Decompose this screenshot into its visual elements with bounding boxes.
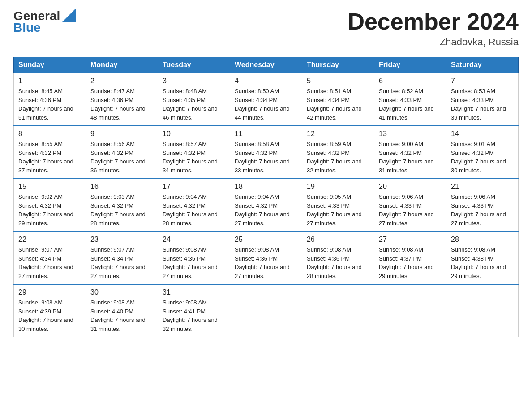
calendar-week-row: 8 Sunrise: 8:55 AM Sunset: 4:32 PM Dayli… bbox=[14, 126, 519, 179]
sunset-label: Sunset: 4:33 PM bbox=[379, 97, 422, 103]
day-info: Sunrise: 8:45 AM Sunset: 4:36 PM Dayligh… bbox=[18, 87, 81, 122]
daylight-label: Daylight: 7 hours and 29 minutes. bbox=[18, 211, 73, 227]
table-row: 15 Sunrise: 9:02 AM Sunset: 4:32 PM Dayl… bbox=[14, 179, 86, 231]
table-row: 4 Sunrise: 8:50 AM Sunset: 4:34 PM Dayli… bbox=[230, 73, 302, 126]
col-sunday: Sunday bbox=[14, 57, 86, 73]
sunrise-label: Sunrise: 8:53 AM bbox=[451, 88, 495, 94]
day-info: Sunrise: 8:53 AM Sunset: 4:33 PM Dayligh… bbox=[451, 87, 514, 122]
day-number: 23 bbox=[90, 235, 153, 244]
sunset-label: Sunset: 4:33 PM bbox=[379, 202, 422, 209]
daylight-label: Daylight: 7 hours and 32 minutes. bbox=[163, 317, 218, 332]
day-info: Sunrise: 8:56 AM Sunset: 4:32 PM Dayligh… bbox=[90, 140, 153, 175]
table-row: 30 Sunrise: 9:08 AM Sunset: 4:40 PM Dayl… bbox=[86, 284, 158, 337]
calendar-week-row: 15 Sunrise: 9:02 AM Sunset: 4:32 PM Dayl… bbox=[14, 179, 519, 231]
sunrise-label: Sunrise: 8:59 AM bbox=[307, 141, 351, 147]
table-row: 26 Sunrise: 9:08 AM Sunset: 4:36 PM Dayl… bbox=[302, 231, 374, 284]
table-row: 8 Sunrise: 8:55 AM Sunset: 4:32 PM Dayli… bbox=[14, 126, 86, 179]
daylight-label: Daylight: 7 hours and 51 minutes. bbox=[18, 105, 73, 121]
day-number: 15 bbox=[18, 183, 81, 191]
col-wednesday: Wednesday bbox=[230, 57, 302, 73]
sunset-label: Sunset: 4:32 PM bbox=[379, 150, 422, 156]
table-row: 19 Sunrise: 9:05 AM Sunset: 4:33 PM Dayl… bbox=[302, 179, 374, 231]
sunrise-label: Sunrise: 8:55 AM bbox=[18, 141, 63, 147]
day-number: 25 bbox=[235, 235, 297, 244]
sunrise-label: Sunrise: 8:52 AM bbox=[379, 88, 423, 94]
day-info: Sunrise: 8:51 AM Sunset: 4:34 PM Dayligh… bbox=[307, 87, 369, 122]
daylight-label: Daylight: 7 hours and 27 minutes. bbox=[90, 264, 146, 279]
daylight-label: Daylight: 7 hours and 36 minutes. bbox=[90, 158, 146, 174]
col-saturday: Saturday bbox=[446, 57, 519, 73]
sunrise-label: Sunrise: 9:06 AM bbox=[451, 193, 495, 200]
table-row: 22 Sunrise: 9:07 AM Sunset: 4:34 PM Dayl… bbox=[14, 231, 86, 284]
daylight-label: Daylight: 7 hours and 46 minutes. bbox=[163, 105, 218, 121]
sunrise-label: Sunrise: 8:50 AM bbox=[235, 88, 279, 94]
table-row: 31 Sunrise: 9:08 AM Sunset: 4:41 PM Dayl… bbox=[158, 284, 230, 337]
sunrise-label: Sunrise: 8:56 AM bbox=[90, 141, 135, 147]
day-number: 10 bbox=[163, 130, 225, 138]
sunrise-label: Sunrise: 9:08 AM bbox=[379, 246, 423, 253]
day-number: 3 bbox=[163, 77, 225, 85]
daylight-label: Daylight: 7 hours and 27 minutes. bbox=[163, 264, 218, 279]
day-number: 5 bbox=[307, 77, 369, 85]
sunset-label: Sunset: 4:37 PM bbox=[379, 255, 422, 262]
sunrise-label: Sunrise: 8:58 AM bbox=[235, 141, 279, 147]
table-row: 27 Sunrise: 9:08 AM Sunset: 4:37 PM Dayl… bbox=[374, 231, 446, 284]
sunrise-label: Sunrise: 9:06 AM bbox=[379, 193, 423, 200]
sunset-label: Sunset: 4:36 PM bbox=[90, 97, 133, 103]
table-row: 3 Sunrise: 8:48 AM Sunset: 4:35 PM Dayli… bbox=[158, 73, 230, 126]
day-info: Sunrise: 9:08 AM Sunset: 4:40 PM Dayligh… bbox=[90, 298, 153, 333]
sunset-label: Sunset: 4:32 PM bbox=[163, 202, 206, 209]
day-info: Sunrise: 9:01 AM Sunset: 4:32 PM Dayligh… bbox=[451, 140, 514, 175]
sunrise-label: Sunrise: 9:04 AM bbox=[163, 193, 207, 200]
sunset-label: Sunset: 4:40 PM bbox=[90, 308, 133, 315]
calendar-header: Sunday Monday Tuesday Wednesday Thursday… bbox=[14, 57, 519, 73]
header-row: Sunday Monday Tuesday Wednesday Thursday… bbox=[14, 57, 519, 73]
table-row bbox=[374, 284, 446, 337]
daylight-label: Daylight: 7 hours and 31 minutes. bbox=[379, 158, 434, 174]
day-info: Sunrise: 9:07 AM Sunset: 4:34 PM Dayligh… bbox=[18, 245, 81, 280]
table-row: 1 Sunrise: 8:45 AM Sunset: 4:36 PM Dayli… bbox=[14, 73, 86, 126]
day-number: 24 bbox=[163, 235, 225, 244]
svg-marker-0 bbox=[62, 8, 76, 22]
sunset-label: Sunset: 4:34 PM bbox=[90, 255, 133, 262]
table-row: 14 Sunrise: 9:01 AM Sunset: 4:32 PM Dayl… bbox=[446, 126, 519, 179]
table-row: 28 Sunrise: 9:08 AM Sunset: 4:38 PM Dayl… bbox=[446, 231, 519, 284]
sunset-label: Sunset: 4:39 PM bbox=[18, 308, 61, 315]
daylight-label: Daylight: 7 hours and 28 minutes. bbox=[90, 211, 146, 227]
day-info: Sunrise: 9:06 AM Sunset: 4:33 PM Dayligh… bbox=[379, 193, 442, 227]
day-number: 18 bbox=[235, 183, 297, 191]
table-row: 17 Sunrise: 9:04 AM Sunset: 4:32 PM Dayl… bbox=[158, 179, 230, 231]
location-subtitle: Zhadovka, Russia bbox=[348, 36, 519, 48]
sunset-label: Sunset: 4:33 PM bbox=[451, 202, 494, 209]
sunrise-label: Sunrise: 8:45 AM bbox=[18, 88, 63, 94]
sunrise-label: Sunrise: 9:08 AM bbox=[451, 246, 495, 253]
sunrise-label: Sunrise: 9:04 AM bbox=[235, 193, 279, 200]
sunrise-label: Sunrise: 9:01 AM bbox=[451, 141, 495, 147]
day-info: Sunrise: 9:06 AM Sunset: 4:33 PM Dayligh… bbox=[451, 193, 514, 227]
sunset-label: Sunset: 4:32 PM bbox=[90, 202, 133, 209]
day-info: Sunrise: 9:08 AM Sunset: 4:36 PM Dayligh… bbox=[307, 245, 369, 280]
table-row: 21 Sunrise: 9:06 AM Sunset: 4:33 PM Dayl… bbox=[446, 179, 519, 231]
sunset-label: Sunset: 4:38 PM bbox=[451, 255, 494, 262]
sunrise-label: Sunrise: 9:07 AM bbox=[90, 246, 135, 253]
sunset-label: Sunset: 4:34 PM bbox=[18, 255, 61, 262]
daylight-label: Daylight: 7 hours and 27 minutes. bbox=[379, 211, 434, 227]
sunrise-label: Sunrise: 8:51 AM bbox=[307, 88, 351, 94]
calendar-week-row: 1 Sunrise: 8:45 AM Sunset: 4:36 PM Dayli… bbox=[14, 73, 519, 126]
sunrise-label: Sunrise: 9:08 AM bbox=[163, 299, 207, 306]
day-info: Sunrise: 9:02 AM Sunset: 4:32 PM Dayligh… bbox=[18, 193, 81, 227]
day-number: 1 bbox=[18, 77, 81, 85]
logo: General Blue bbox=[13, 9, 77, 35]
sunrise-label: Sunrise: 9:05 AM bbox=[307, 193, 351, 200]
col-thursday: Thursday bbox=[302, 57, 374, 73]
sunrise-label: Sunrise: 9:03 AM bbox=[90, 193, 135, 200]
sunrise-label: Sunrise: 9:07 AM bbox=[18, 246, 63, 253]
day-info: Sunrise: 9:08 AM Sunset: 4:41 PM Dayligh… bbox=[163, 298, 225, 333]
calendar-week-row: 29 Sunrise: 9:08 AM Sunset: 4:39 PM Dayl… bbox=[14, 284, 519, 337]
day-info: Sunrise: 8:47 AM Sunset: 4:36 PM Dayligh… bbox=[90, 87, 153, 122]
daylight-label: Daylight: 7 hours and 30 minutes. bbox=[451, 158, 506, 174]
table-row: 7 Sunrise: 8:53 AM Sunset: 4:33 PM Dayli… bbox=[446, 73, 519, 126]
sunset-label: Sunset: 4:33 PM bbox=[307, 202, 350, 209]
sunset-label: Sunset: 4:32 PM bbox=[163, 150, 206, 156]
daylight-label: Daylight: 7 hours and 28 minutes. bbox=[163, 211, 218, 227]
